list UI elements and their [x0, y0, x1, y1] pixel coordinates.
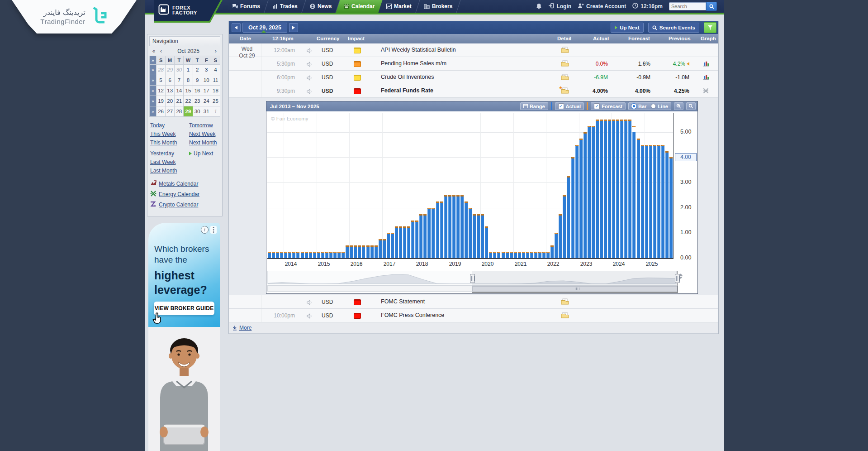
calendar-day-6[interactable]: 6: [166, 75, 175, 86]
navigator-handle-right[interactable]: [675, 274, 680, 283]
col-time-link[interactable]: 12:16pm: [272, 36, 294, 41]
detail-folder-icon[interactable]: ★: [561, 87, 569, 96]
impact-red-icon[interactable]: [354, 299, 361, 305]
impact-red-icon[interactable]: [354, 88, 361, 94]
calendar-day-23[interactable]: 23: [193, 96, 202, 106]
bar-chart-plot[interactable]: [267, 113, 674, 259]
filter-button[interactable]: [704, 22, 716, 33]
zoom-chart-button[interactable]: [686, 102, 696, 110]
calendar-day-1[interactable]: 1: [184, 65, 193, 75]
calendar-day-27[interactable]: 27: [166, 106, 175, 117]
event-row[interactable]: 5:30pmUSDPending Home Sales m/m0.0%1.6%4…: [229, 57, 718, 71]
link-yesterday[interactable]: Yesterday: [150, 150, 189, 157]
detail-folder-icon[interactable]: [561, 47, 569, 55]
calendar-day-19[interactable]: 19: [156, 96, 165, 106]
calendar-day-29[interactable]: 29: [166, 65, 175, 75]
link-next-week[interactable]: Next Week: [189, 131, 219, 137]
calendar-day-29[interactable]: 29: [184, 106, 193, 117]
actual-toggle[interactable]: ✓ Actual: [555, 102, 584, 110]
calendar-day-1[interactable]: 1: [211, 106, 220, 117]
ad-menu-icon[interactable]: •••: [210, 226, 217, 234]
calendar-day-21[interactable]: 21: [175, 96, 184, 106]
tab-trades[interactable]: Trades: [264, 0, 306, 13]
radio-bar-selected[interactable]: [631, 104, 636, 109]
event-row[interactable]: 10:00pmUSDFOMC Press Conference: [229, 309, 718, 322]
calendar-day-20[interactable]: 20: [166, 96, 175, 106]
week-expand-button[interactable]: »: [150, 86, 157, 96]
calendar-day-9[interactable]: 9: [193, 75, 202, 86]
calendar-day-11[interactable]: 11: [211, 75, 220, 86]
login-button[interactable]: Login: [548, 3, 571, 10]
up-next-button[interactable]: Up Next: [611, 23, 643, 33]
impact-red-icon[interactable]: [354, 313, 361, 319]
calendar-day-5[interactable]: 5: [156, 75, 165, 86]
week-expand-button[interactable]: »: [150, 75, 157, 86]
impact-yellow-icon[interactable]: [354, 48, 361, 53]
week-expand-button[interactable]: »: [150, 96, 157, 106]
detail-folder-icon[interactable]: [561, 74, 569, 82]
calendar-day-2[interactable]: 2: [193, 65, 202, 75]
speaker-icon[interactable]: [307, 299, 312, 307]
link-crypto-calendar[interactable]: Crypto Calendar: [159, 202, 198, 208]
detach-chart-button[interactable]: [674, 102, 683, 110]
prev-month-button[interactable]: ‹: [157, 48, 165, 54]
link-today[interactable]: Today: [150, 122, 189, 129]
calendar-day-28[interactable]: 28: [156, 65, 165, 75]
more-button[interactable]: More: [229, 322, 718, 334]
detail-folder-icon[interactable]: [561, 298, 569, 307]
bar-line-toggle[interactable]: Bar Line: [628, 102, 671, 110]
event-row[interactable]: 9:30pmUSDFederal Funds Rate★4.00%4.00%4.…: [229, 84, 718, 98]
radio-line[interactable]: [651, 104, 656, 109]
event-row[interactable]: 12:00amUSDAPI Weekly Statistical Bulleti…: [229, 43, 718, 57]
calendar-day-25[interactable]: 25: [211, 96, 220, 106]
graph-icon[interactable]: [703, 60, 710, 68]
tab-news[interactable]: News: [302, 0, 340, 13]
detail-folder-icon[interactable]: [561, 60, 569, 68]
link-metals-calendar[interactable]: Metals Calendar: [159, 181, 198, 187]
calendar-day-15[interactable]: 15: [184, 86, 193, 96]
week-expand-button[interactable]: »: [150, 56, 157, 65]
event-row[interactable]: 6:00pmUSDCrude Oil Inventories-6.9M-0.9M…: [229, 71, 718, 84]
calendar-day-4[interactable]: 4: [211, 65, 220, 75]
calendar-day-17[interactable]: 17: [202, 86, 211, 96]
close-graph-icon[interactable]: [703, 87, 709, 96]
notification-bell-icon[interactable]: [536, 3, 542, 10]
create-account-button[interactable]: Create Account: [578, 3, 626, 10]
calendar-day-13[interactable]: 13: [166, 86, 175, 96]
link-up-next[interactable]: Up Next: [194, 150, 213, 157]
calendar-day-30[interactable]: 30: [193, 106, 202, 117]
calendar-day-12[interactable]: 12: [156, 86, 165, 96]
calendar-day-7[interactable]: 7: [175, 75, 184, 86]
calendar-day-22[interactable]: 22: [184, 96, 193, 106]
next-day-button[interactable]: [289, 23, 298, 32]
event-row[interactable]: USDFOMC Statement: [229, 295, 718, 309]
calendar-day-28[interactable]: 28: [175, 106, 184, 117]
calendar-day-14[interactable]: 14: [175, 86, 184, 96]
graph-icon[interactable]: [703, 74, 710, 82]
calendar-day-3[interactable]: 3: [202, 65, 211, 75]
week-expand-button[interactable]: »: [150, 65, 157, 75]
forecast-toggle[interactable]: ✓ Forecast: [591, 102, 626, 110]
calendar-day-18[interactable]: 18: [211, 86, 220, 96]
impact-orange-icon[interactable]: [354, 61, 361, 67]
link-this-week[interactable]: This Week: [150, 131, 189, 137]
link-last-week[interactable]: Last Week: [150, 159, 189, 165]
week-expand-button[interactable]: »: [150, 106, 157, 117]
next-month-button[interactable]: ›: [212, 48, 219, 54]
ad-info-icon[interactable]: i: [201, 226, 209, 234]
current-date-button[interactable]: Oct 29, 2025: [242, 23, 287, 33]
search-button[interactable]: [706, 2, 717, 11]
speaker-icon[interactable]: [307, 61, 312, 69]
tab-calendar[interactable]: Calendar: [336, 0, 383, 13]
calendar-day-8[interactable]: 8: [184, 75, 193, 86]
calendar-day-26[interactable]: 26: [156, 106, 165, 117]
speaker-icon[interactable]: [307, 74, 312, 82]
search-input[interactable]: [669, 2, 706, 10]
navigator-handle-left[interactable]: [470, 274, 475, 283]
impact-yellow-icon[interactable]: [354, 75, 361, 81]
link-tomorrow[interactable]: Tomorrow: [189, 122, 219, 129]
prev-day-button[interactable]: [232, 23, 241, 32]
speaker-icon[interactable]: [307, 88, 312, 96]
broker-ad[interactable]: i ••• Which brokers have the highest lev…: [148, 223, 220, 327]
link-this-month[interactable]: This Month: [150, 139, 189, 146]
